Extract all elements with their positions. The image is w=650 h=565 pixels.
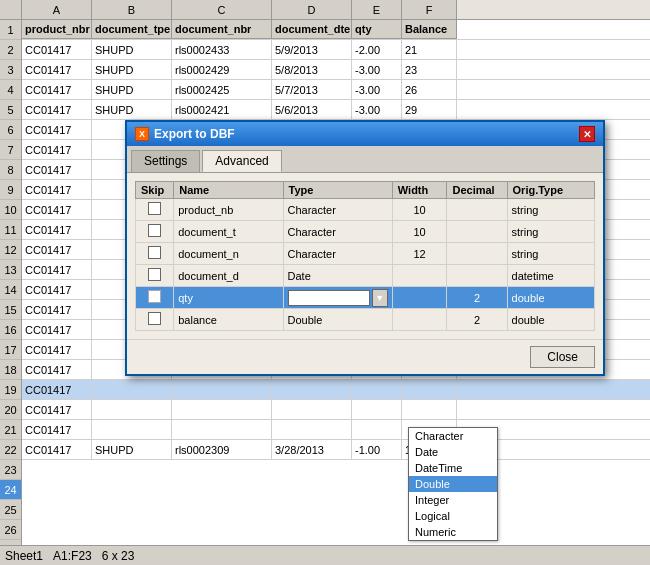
- dialog-title-text: Export to DBF: [154, 127, 235, 141]
- row-num-6: 6: [0, 120, 21, 140]
- row-num-26: 26: [0, 520, 21, 540]
- dialog-content: Skip Name Type Width Decimal Orig.Type p…: [127, 173, 603, 339]
- field-decimal-2: [447, 221, 507, 243]
- tab-settings[interactable]: Settings: [131, 150, 200, 172]
- tab-advanced[interactable]: Advanced: [202, 150, 281, 172]
- table-row: CC01417: [22, 380, 650, 400]
- cell-d1: document_dte: [272, 20, 352, 39]
- dialog-close-button[interactable]: ✕: [579, 126, 595, 142]
- field-type-1: Character: [283, 199, 392, 221]
- col-header-c: C: [172, 0, 272, 19]
- field-origtype-3: string: [507, 243, 594, 265]
- skip-checkbox-4[interactable]: [148, 268, 161, 281]
- export-dialog: X Export to DBF ✕ Settings Advanced Skip…: [125, 120, 605, 376]
- status-bar: Sheet1 A1:F23 6 x 23: [0, 545, 650, 565]
- field-type-6: Double: [283, 309, 392, 331]
- field-table: Skip Name Type Width Decimal Orig.Type p…: [135, 181, 595, 331]
- cell-f5: 29: [402, 100, 457, 119]
- row-num-9: 9: [0, 180, 21, 200]
- row-num-1: 1: [0, 20, 21, 40]
- skip-checkbox-5[interactable]: [148, 290, 161, 303]
- table-row: CC01417 SHUPD rls0002425 5/7/2013 -3.00 …: [22, 80, 650, 100]
- cell-b2: SHUPD: [92, 40, 172, 59]
- row-num-10: 10: [0, 200, 21, 220]
- row-num-11: 11: [0, 220, 21, 240]
- column-headers: A B C D E F: [0, 0, 650, 20]
- cell-d5: 5/6/2013: [272, 100, 352, 119]
- table-row: CC01417 SHUPD rls0002433 5/9/2013 -2.00 …: [22, 40, 650, 60]
- dialog-title-icon: X: [135, 127, 149, 141]
- cell-a2: CC01417: [22, 40, 92, 59]
- type-select: Double ▼: [288, 289, 388, 307]
- cell-a4: CC01417: [22, 80, 92, 99]
- cell-d27: 3/28/2013: [272, 440, 352, 459]
- cell-b5: SHUPD: [92, 100, 172, 119]
- row-num-7: 7: [0, 140, 21, 160]
- table-row: CC01417 SHUPD rls0002309 3/28/2013 -1.00…: [22, 440, 650, 460]
- cell-a5: CC01417: [22, 100, 92, 119]
- sheet-name: Sheet1: [5, 549, 43, 563]
- field-decimal-6: 2: [447, 309, 507, 331]
- row-numbers: 1 2 3 4 5 6 7 8 9 10 11 12 13 14 15 16 1…: [0, 20, 22, 560]
- table-row-selected: qty Double ▼ 2 double: [136, 287, 595, 309]
- cell-c4: rls0002425: [172, 80, 272, 99]
- row-num-12: 12: [0, 240, 21, 260]
- col-header-e: E: [352, 0, 402, 19]
- table-row: product_nbr document_tpe document_nbr do…: [22, 20, 650, 40]
- row-num-13: 13: [0, 260, 21, 280]
- row-num-20: 20: [0, 400, 21, 420]
- row-num-22: 22: [0, 440, 21, 460]
- cell-a3: CC01417: [22, 60, 92, 79]
- cell-d4: 5/7/2013: [272, 80, 352, 99]
- size-info: 6 x 23: [102, 549, 135, 563]
- table-row: balance Double 2 double: [136, 309, 595, 331]
- cell-a27: CC01417: [22, 440, 92, 459]
- close-button[interactable]: Close: [530, 346, 595, 368]
- cell-e4: -3.00: [352, 80, 402, 99]
- skip-checkbox-1[interactable]: [148, 202, 161, 215]
- col-header-d: D: [272, 0, 352, 19]
- dropdown-item-double[interactable]: Double: [409, 476, 497, 492]
- field-width-3: 12: [392, 243, 447, 265]
- field-name-5: qty: [174, 287, 283, 309]
- col-header-b: B: [92, 0, 172, 19]
- cell-d2: 5/9/2013: [272, 40, 352, 59]
- field-width-2: 10: [392, 221, 447, 243]
- cell-f1: Balance: [402, 20, 457, 39]
- row-num-24: 24: [0, 480, 21, 500]
- dropdown-item-numeric[interactable]: Numeric: [409, 524, 497, 540]
- cell-a1: product_nbr: [22, 20, 92, 39]
- col-header-a: A: [22, 0, 92, 19]
- field-width-5: [392, 287, 447, 309]
- cell-d3: 5/8/2013: [272, 60, 352, 79]
- cell-f2: 21: [402, 40, 457, 59]
- row-num-15: 15: [0, 300, 21, 320]
- cell-f3: 23: [402, 60, 457, 79]
- dropdown-item-datetime[interactable]: DateTime: [409, 460, 497, 476]
- field-decimal-3: [447, 243, 507, 265]
- th-skip: Skip: [136, 182, 174, 199]
- header-corner: [0, 0, 22, 19]
- dialog-footer: Close: [127, 339, 603, 374]
- field-type-3: Character: [283, 243, 392, 265]
- row-num-4: 4: [0, 80, 21, 100]
- dropdown-item-logical[interactable]: Logical: [409, 508, 497, 524]
- skip-checkbox-6[interactable]: [148, 312, 161, 325]
- spreadsheet: A B C D E F 1 2 3 4 5 6 7 8 9 10 11 12 1…: [0, 0, 650, 565]
- range-info: A1:F23: [53, 549, 92, 563]
- cell-b3: SHUPD: [92, 60, 172, 79]
- skip-checkbox-2[interactable]: [148, 224, 161, 237]
- dropdown-item-date[interactable]: Date: [409, 444, 497, 460]
- dropdown-item-character[interactable]: Character: [409, 428, 497, 444]
- row-num-8: 8: [0, 160, 21, 180]
- field-type-4: Date: [283, 265, 392, 287]
- field-decimal-1: [447, 199, 507, 221]
- field-width-4: [392, 265, 447, 287]
- field-name-4: document_d: [174, 265, 283, 287]
- dropdown-item-integer[interactable]: Integer: [409, 492, 497, 508]
- skip-checkbox-3[interactable]: [148, 246, 161, 259]
- cell-f4: 26: [402, 80, 457, 99]
- cell-b1: document_tpe: [92, 20, 172, 39]
- cell-c27: rls0002309: [172, 440, 272, 459]
- type-select-dropdown-button[interactable]: ▼: [372, 289, 388, 307]
